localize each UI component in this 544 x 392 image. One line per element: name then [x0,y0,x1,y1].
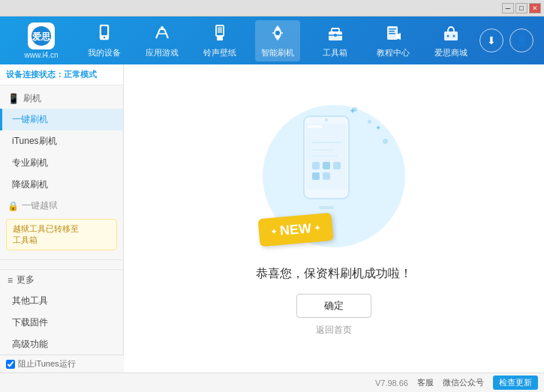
nav-smart-flash[interactable]: 智能刷机 [255,20,300,61]
sidebar-item-one-key-flash[interactable]: 一键刷机 [0,109,123,130]
header-right: ⬇ 👤 [479,28,536,52]
confirm-button[interactable]: 确定 [296,294,371,318]
new-badge: NEW [258,212,334,246]
more-section: ≡ 更多 其他工具 下载固件 高级功能 [0,263,123,358]
nav-items: 我的设备 应用游戏 铃声壁纸 [75,16,479,64]
header: 爱思 www.i4.cn 我的设备 应用 [0,16,544,64]
tutorials-icon [383,23,403,46]
device-status: 设备连接状态：正常模式 [0,64,123,85]
minimize-button[interactable]: ─ [502,3,514,13]
sidebar-divider [0,259,123,260]
svg-point-4 [103,36,104,37]
svg-point-21 [452,34,455,37]
svg-rect-24 [308,125,323,128]
sidebar-item-downgrade-flash[interactable]: 降级刷机 [0,174,123,196]
main-area: 设备连接状态：正常模式 📱 刷机 一键刷机 iTunes刷机 专业刷机 降级刷机… [0,64,544,373]
nav-tutorials-label: 教程中心 [377,47,410,58]
itunes-checkbox[interactable] [6,360,15,369]
check-update-button[interactable]: 检查更新 [493,376,538,390]
more-section-header: ≡ 更多 [0,269,123,290]
device-status-value: 正常模式 [64,70,97,79]
logo-text: www.i4.cn [24,51,58,59]
svg-text:爱思: 爱思 [32,31,51,42]
flash-section-label: 刷机 [23,92,41,105]
flash-section-header: 📱 刷机 [0,88,123,109]
bottom-bar: V7.98.66 客服 微信公众号 检查更新 [0,373,544,392]
nav-my-device[interactable]: 我的设备 [82,20,127,61]
svg-rect-9 [217,37,223,40]
flash-section: 📱 刷机 一键刷机 iTunes刷机 专业刷机 降级刷机 🔒 一键越狱 越狱工具… [0,85,123,256]
svg-rect-33 [312,172,320,180]
sidebar-item-pro-flash[interactable]: 专业刷机 [0,152,123,174]
sidebar-warning: 越狱工具已转移至 工具箱 [6,219,117,250]
svg-rect-12 [332,28,339,32]
svg-rect-16 [389,28,396,30]
svg-rect-19 [444,31,458,40]
nav-app-games-label: 应用游戏 [146,47,179,58]
phone-icon: 📱 [8,93,20,104]
itunes-status-label: 阻止iTunes运行 [18,358,76,370]
sidebar-locked-item: 🔒 一键越狱 [0,196,123,216]
nav-mall-label: 爱思商城 [434,47,467,58]
svg-rect-25 [319,206,334,209]
svg-point-20 [446,34,449,37]
toolbox-icon [326,23,345,46]
my-device-icon [95,23,114,46]
sidebar-item-itunes-flash[interactable]: iTunes刷机 [0,130,123,152]
sidebar: 设备连接状态：正常模式 📱 刷机 一键刷机 iTunes刷机 专业刷机 降级刷机… [0,64,124,373]
svg-point-10 [275,31,280,35]
sparkle-2 [368,120,371,124]
itunes-status-row: 阻止iTunes运行 [0,355,124,373]
go-home-link[interactable]: 返回首页 [316,324,352,337]
maximize-button[interactable]: □ [515,3,527,13]
logo-area: 爱思 www.i4.cn [8,22,75,59]
svg-point-14 [334,34,337,37]
close-button[interactable]: ✕ [529,3,541,13]
title-bar: ─ □ ✕ [0,0,544,16]
smart-flash-icon [268,23,287,46]
svg-rect-30 [312,162,320,169]
svg-rect-18 [389,33,395,34]
version-label: V7.98.66 [375,379,408,388]
content-area: NEW ✦ ✦ 恭喜您，保资料刷机成功啦！ 确定 返回首页 [124,64,544,373]
nav-toolbox[interactable]: 工具箱 [313,20,358,61]
more-icon: ≡ [8,275,13,286]
lock-icon: 🔒 [8,201,19,211]
svg-rect-31 [323,162,330,169]
nav-smart-flash-label: 智能刷机 [261,47,294,58]
nav-app-games[interactable]: 应用游戏 [140,20,185,61]
sparkle-3 [383,139,388,144]
device-status-label: 设备连接状态： [6,70,64,79]
customer-service-link[interactable]: 客服 [417,377,434,388]
sidebar-item-download-firmware[interactable]: 下载固件 [0,312,123,334]
success-text: 恭喜您，保资料刷机成功啦！ [256,266,412,282]
svg-point-6 [161,26,164,29]
wechat-link[interactable]: 微信公众号 [443,377,484,388]
svg-point-26 [325,118,328,121]
nav-mall[interactable]: 爱思商城 [428,20,473,61]
mall-icon [441,23,461,46]
svg-rect-17 [389,31,395,32]
svg-rect-34 [323,172,330,180]
phone-illustration: NEW ✦ ✦ [251,101,416,251]
ringtones-icon [210,23,230,46]
user-button[interactable]: 👤 [509,28,533,52]
nav-toolbox-label: 工具箱 [323,47,347,58]
download-button[interactable]: ⬇ [479,28,503,52]
sidebar-item-advanced[interactable]: 高级功能 [0,334,123,355]
logo-icon: 爱思 [28,22,55,49]
sidebar-item-other-tools[interactable]: 其他工具 [0,290,123,312]
nav-tutorials[interactable]: 教程中心 [371,20,416,61]
svg-rect-3 [101,26,107,35]
nav-ringtones-label: 铃声壁纸 [203,47,236,58]
sparkle-star-2: ✦ [375,124,381,132]
nav-ringtones[interactable]: 铃声壁纸 [197,20,242,61]
bottom-right: V7.98.66 客服 微信公众号 检查更新 [375,376,538,390]
svg-rect-8 [218,27,222,33]
svg-rect-32 [333,162,341,169]
app-games-icon [152,23,172,46]
sparkle-star-1: ✦ [349,106,356,116]
nav-my-device-label: 我的设备 [88,47,121,58]
